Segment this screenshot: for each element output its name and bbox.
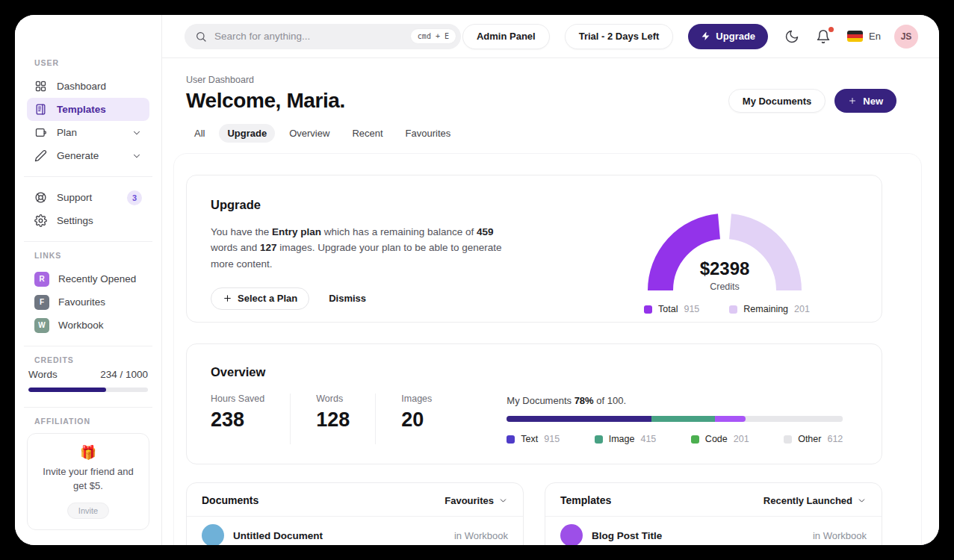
sidebar-item-dashboard[interactable]: Dashboard (27, 75, 149, 98)
chevron-down-icon (857, 496, 867, 505)
header-actions: My Documents New (728, 89, 896, 113)
search-input[interactable] (214, 31, 410, 42)
plus-icon (223, 293, 232, 303)
documents-filter-dropdown[interactable]: Favourites (445, 495, 508, 506)
plus-icon (848, 96, 857, 105)
sidebar-item-label: Plan (57, 127, 131, 138)
legend-swatch (595, 435, 603, 444)
gauge-value: $2398 (613, 258, 837, 279)
upgrade-button[interactable]: Upgrade (688, 24, 768, 49)
tab-overview[interactable]: Overview (281, 124, 338, 143)
bar-segment-image (651, 416, 716, 422)
sidebar-item-settings[interactable]: Settings (27, 209, 149, 232)
upgrade-card-actions: Select a Plan Dismiss (211, 287, 524, 310)
legend-swatch (691, 435, 699, 444)
overview-card: Overview Hours Saved238Words128Images20 … (186, 343, 882, 464)
link-label: Workbook (58, 320, 104, 331)
template-list-item[interactable]: Blog Post Title in Workbook (545, 517, 882, 545)
tab-recent[interactable]: Recent (344, 124, 391, 143)
credits-progress-track (28, 388, 148, 392)
overview-card-title: Overview (211, 365, 858, 379)
my-documents-button[interactable]: My Documents (728, 89, 826, 113)
credits-label: Words (28, 369, 58, 380)
stat-value: 128 (316, 408, 350, 432)
dismiss-button[interactable]: Dismiss (329, 293, 366, 304)
language-flag-germany[interactable] (847, 31, 863, 42)
sidebar-item-templates[interactable]: Templates (27, 98, 149, 121)
credits-value: 234 / 1000 (100, 369, 148, 380)
bar-segment-text (507, 416, 651, 422)
sidebar-link-favourites[interactable]: FFavourites (27, 290, 149, 314)
sidebar-section-links: LINKS (34, 251, 149, 260)
tab-upgrade[interactable]: Upgrade (219, 124, 275, 143)
templates-card: Templates Recently Launched Blog Post Ti… (545, 482, 882, 545)
trial-badge-button[interactable]: Trial - 2 Days Left (565, 24, 674, 49)
sidebar-item-support[interactable]: Support3 (27, 186, 149, 209)
pencil-icon (34, 149, 48, 163)
credits-gauge: $2398 Credits (613, 195, 837, 292)
divider (24, 346, 152, 346)
sidebar-link-recently-opened[interactable]: RRecently Opened (27, 267, 149, 290)
tab-favourites[interactable]: Favourites (397, 124, 459, 143)
gauge-label: Credits (613, 281, 837, 292)
documents-card-title: Documents (202, 494, 258, 506)
overview-row: Hours Saved238Words128Images20 My Docume… (211, 393, 858, 444)
link-initial-badge: W (34, 318, 49, 333)
invite-button[interactable]: Invite (67, 503, 109, 519)
support-count-badge: 3 (127, 190, 142, 205)
documents-filter-label: Favourites (445, 495, 494, 506)
stat-label: Words (316, 393, 350, 404)
legend-item-remaining: Remaining201 (729, 304, 810, 314)
chevron-down-icon (131, 151, 142, 161)
sidebar-item-plan[interactable]: Plan (27, 121, 149, 144)
upgrade-card: Upgrade You have the Entry plan which ha… (186, 175, 882, 323)
search-shortcut-badge: cmd + E (410, 28, 456, 44)
legend-swatch (729, 305, 737, 314)
search-bar[interactable]: cmd + E (185, 24, 461, 49)
header-row: Welcome, Maria. My Documents New (186, 89, 939, 113)
select-plan-button[interactable]: Select a Plan (211, 287, 309, 310)
legend-swatch (644, 305, 652, 314)
upgrade-card-title: Upgrade (211, 198, 524, 212)
upgrade-button-label: Upgrade (716, 31, 755, 42)
new-button[interactable]: New (834, 89, 896, 113)
gear-icon (34, 214, 48, 228)
bell-icon (816, 34, 831, 46)
legend-value: 201 (794, 304, 810, 314)
document-avatar (202, 524, 224, 545)
document-location: in Workbook (454, 530, 508, 541)
admin-panel-button[interactable]: Admin Panel (462, 24, 550, 49)
sidebar-item-generate[interactable]: Generate (27, 144, 149, 167)
wallet-icon (34, 126, 48, 140)
sidebar-item-label: Settings (57, 215, 142, 226)
overview-stats: Hours Saved238Words128Images20 (211, 393, 483, 444)
tab-all[interactable]: All (186, 124, 213, 143)
stacked-bar-legend: Text915Image415Code201Other612 (507, 434, 843, 444)
gift-icon: 🎁 (35, 446, 141, 459)
topbar: cmd + E Admin Panel Trial - 2 Days Left … (162, 15, 939, 58)
language-label[interactable]: En (869, 31, 881, 42)
sidebar-section-user: USER (34, 58, 149, 67)
upgrade-card-body: You have the Entry plan which has a rema… (211, 224, 507, 272)
divider (24, 241, 152, 242)
stat-value: 20 (401, 408, 432, 432)
app-window: USER DashboardTemplatesPlanGenerate Supp… (15, 15, 939, 545)
legend-item-code: Code201 (691, 434, 749, 444)
divider (24, 407, 152, 408)
stat-value: 238 (211, 408, 264, 432)
notifications-button[interactable] (816, 29, 831, 44)
user-avatar[interactable]: JS (894, 25, 918, 49)
lifebuoy-icon (34, 191, 48, 205)
new-button-label: New (863, 96, 883, 107)
sidebar-nav-secondary: Support3Settings (27, 186, 149, 232)
dark-mode-toggle[interactable] (784, 29, 799, 44)
legend-value: 612 (827, 434, 843, 444)
sidebar-links: RRecently OpenedFFavouritesWWorkbook (27, 267, 149, 337)
overview-progress-block: My Documents 78% of 100. Text915Image415… (507, 393, 843, 444)
sidebar-link-workbook[interactable]: WWorkbook (27, 314, 149, 337)
stat-label: Hours Saved (211, 393, 264, 404)
templates-filter-dropdown[interactable]: Recently Launched (763, 495, 867, 506)
sidebar-item-label: Templates (57, 104, 142, 115)
templates-filter-label: Recently Launched (763, 495, 852, 506)
document-list-item[interactable]: Untitled Document in Workbook (187, 517, 523, 545)
